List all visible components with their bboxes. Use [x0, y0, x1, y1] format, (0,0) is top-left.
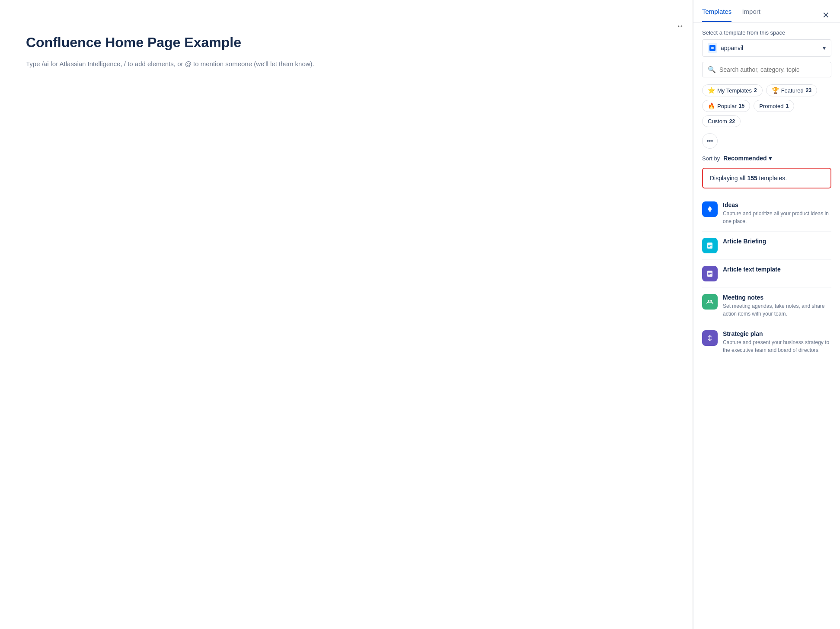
sort-chevron-icon: ▾ — [769, 155, 772, 162]
space-icon — [708, 43, 717, 53]
template-desc-strategic-plan: Capture and present your business strate… — [723, 338, 831, 354]
template-name-meeting-notes: Meeting notes — [723, 294, 831, 301]
chip-promoted-label: Promoted — [759, 103, 783, 109]
chip-popular[interactable]: 🔥 Popular 15 — [702, 100, 750, 112]
fire-icon: 🔥 — [708, 102, 715, 109]
template-icon-ideas — [702, 201, 718, 217]
filter-chips: ⭐ My Templates 2 🏆 Featured 23 🔥 Popular… — [702, 84, 831, 127]
template-item-article-briefing[interactable]: Article Briefing — [702, 232, 831, 260]
template-info-meeting-notes: Meeting notes Set meeting agendas, take … — [723, 294, 831, 318]
template-name-strategic-plan: Strategic plan — [723, 330, 831, 337]
chevron-down-icon: ▾ — [823, 45, 826, 51]
svg-rect-9 — [708, 272, 712, 272]
template-icon-article-text — [702, 266, 718, 281]
chip-custom[interactable]: Custom 22 — [702, 115, 741, 127]
tab-import[interactable]: Import — [742, 8, 760, 22]
editor-placeholder[interactable]: Type /ai for Atlassian Intelligence, / t… — [26, 59, 667, 69]
template-item-strategic-plan[interactable]: Strategic plan Capture and present your … — [702, 324, 831, 360]
svg-rect-11 — [708, 275, 710, 275]
template-info-ideas: Ideas Capture and prioritize all your pr… — [723, 201, 831, 225]
template-info-strategic-plan: Strategic plan Capture and present your … — [723, 330, 831, 354]
sort-dropdown[interactable]: Recommended ▾ — [723, 155, 771, 162]
template-item-article-text[interactable]: Article text template — [702, 260, 831, 288]
template-info-article-briefing: Article Briefing — [723, 238, 831, 246]
template-desc-meeting-notes: Set meeting agendas, take notes, and sha… — [723, 302, 831, 318]
search-icon: 🔍 — [708, 66, 716, 73]
chip-my-templates[interactable]: ⭐ My Templates 2 — [702, 84, 763, 96]
star-icon: ⭐ — [708, 87, 715, 94]
chip-custom-count: 22 — [729, 118, 735, 125]
svg-rect-2 — [709, 211, 711, 212]
space-dropdown[interactable]: appanvil ▾ — [702, 39, 831, 57]
panel-tabs: Templates Import — [702, 8, 760, 22]
chip-featured-label: Featured — [781, 87, 804, 94]
template-list: Ideas Capture and prioritize all your pr… — [702, 195, 831, 360]
display-text: Displaying all 155 templates. — [710, 175, 787, 182]
chip-popular-label: Popular — [717, 103, 737, 109]
svg-rect-5 — [708, 244, 712, 244]
sort-value: Recommended — [723, 155, 767, 162]
svg-rect-3 — [709, 212, 711, 212]
chip-popular-count: 15 — [739, 103, 744, 109]
template-icon-article-briefing — [702, 238, 718, 253]
template-info-article-text: Article text template — [723, 266, 831, 274]
template-name-ideas: Ideas — [723, 201, 831, 208]
template-item-ideas[interactable]: Ideas Capture and prioritize all your pr… — [702, 195, 831, 232]
template-icon-meeting-notes — [702, 294, 718, 310]
close-button[interactable]: ✕ — [821, 9, 831, 21]
chip-featured[interactable]: 🏆 Featured 23 — [766, 84, 817, 96]
trophy-icon: 🏆 — [772, 87, 779, 94]
svg-point-12 — [708, 300, 709, 302]
resize-handle[interactable]: ↔ — [676, 22, 684, 31]
select-label: Select a template from this space — [702, 29, 831, 36]
chip-custom-label: Custom — [708, 118, 727, 125]
svg-point-1 — [711, 47, 714, 49]
more-chips-button[interactable]: ••• — [702, 133, 718, 149]
chip-featured-count: 23 — [806, 87, 811, 93]
template-desc-ideas: Capture and prioritize all your product … — [723, 210, 831, 225]
template-icon-strategic-plan — [702, 330, 718, 346]
chip-my-templates-count: 2 — [754, 87, 757, 93]
svg-point-13 — [710, 300, 712, 302]
display-count-box: Displaying all 155 templates. — [702, 168, 831, 188]
chip-promoted[interactable]: Promoted 1 — [754, 100, 794, 112]
template-item-meeting-notes[interactable]: Meeting notes Set meeting agendas, take … — [702, 288, 831, 324]
editor-area: ↔ Confluence Home Page Example Type /ai … — [0, 0, 693, 629]
template-name-article-briefing: Article Briefing — [723, 238, 831, 245]
space-name: appanvil — [721, 45, 743, 51]
page-title: Confluence Home Page Example — [26, 35, 667, 51]
search-box[interactable]: 🔍 — [702, 62, 831, 77]
svg-rect-7 — [708, 246, 710, 247]
templates-panel: Templates Import ✕ Select a template fro… — [693, 0, 840, 629]
panel-body: Select a template from this space appanv… — [693, 22, 840, 629]
panel-header: Templates Import ✕ — [693, 0, 840, 22]
tab-templates[interactable]: Templates — [702, 8, 731, 22]
template-name-article-text: Article text template — [723, 266, 831, 273]
chip-my-templates-label: My Templates — [717, 87, 752, 94]
svg-rect-6 — [708, 245, 712, 246]
svg-rect-10 — [708, 273, 712, 274]
sort-row: Sort by Recommended ▾ — [702, 155, 831, 162]
chip-promoted-count: 1 — [786, 103, 789, 109]
sort-label: Sort by — [702, 155, 720, 162]
search-input[interactable] — [719, 66, 826, 73]
